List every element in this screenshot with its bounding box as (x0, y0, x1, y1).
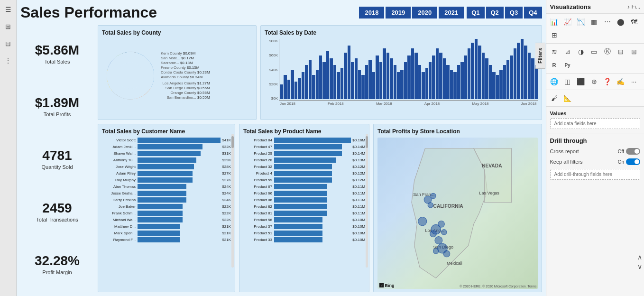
format-icon-btn[interactable]: 🖌 (548, 92, 561, 104)
q3-btn[interactable]: Q3 (505, 7, 523, 18)
top-charts-row: Total Sales by County (98, 25, 542, 120)
customer-bar-row: Jesse Graha... $24K (102, 191, 231, 196)
map-icon-btn[interactable]: 🗺 (628, 16, 640, 28)
decomp-tree-icon-btn[interactable]: ⊕ (588, 75, 600, 88)
customer-bar-value: $32K (222, 145, 231, 149)
customer-name: Adam Jenki... (102, 145, 138, 149)
product-bar-value: $0.10M (352, 238, 365, 242)
model-icon[interactable]: ⋮ (1, 54, 15, 67)
product-bar-fill (274, 151, 342, 156)
product-chart-panel[interactable]: Total Sales by Product Name Product 84 $… (239, 124, 369, 292)
azure-map-icon-btn[interactable]: 🌐 (548, 75, 561, 88)
product-scrollbar[interactable] (366, 134, 368, 268)
year-2018-btn[interactable]: 2018 (359, 7, 384, 18)
collapse-up-btn[interactable]: ∧ (637, 253, 642, 261)
kpi-icon-btn[interactable]: Ⓚ (601, 46, 614, 58)
customer-bar-track (138, 184, 221, 189)
year-2021-btn[interactable]: 2021 (439, 7, 464, 18)
product-bar-value: $0.11M (352, 185, 365, 189)
scatter-icon-btn[interactable]: ⋯ (601, 16, 614, 28)
more-viz-icon-btn[interactable]: ··· (628, 75, 640, 88)
smart-narr-icon-btn[interactable]: ✍ (615, 75, 627, 88)
q1-btn[interactable]: Q1 (467, 7, 484, 18)
bar-chart-bars (279, 39, 538, 101)
keep-all-filters-toggle[interactable]: On (618, 158, 640, 165)
product-bar-row: Product 28 $0.13M (243, 157, 365, 163)
svg-point-25 (430, 231, 437, 237)
sidebar-search-btn[interactable]: Fi... (632, 3, 640, 10)
left-nav-bar: ☰ ⊞ ⊟ ⋮ (0, 0, 17, 296)
product-bar-fill (274, 211, 327, 216)
customer-scrollbar[interactable] (231, 134, 234, 268)
waterfall-icon-btn[interactable]: ≋ (548, 46, 561, 58)
customer-name: Victor Scott (102, 138, 138, 142)
svg-point-30 (433, 249, 438, 254)
py-script-icon-btn[interactable]: Py (561, 59, 574, 71)
add-data-fields-box[interactable]: Add data fields here (550, 118, 640, 129)
customer-bar-track (138, 171, 221, 176)
customer-bar-row: Frank Schm... $22K (102, 211, 231, 216)
table-icon-btn[interactable]: ⊞ (548, 29, 561, 41)
customer-name: Matthew D... (102, 224, 138, 229)
customer-bar-fill (138, 211, 183, 216)
county-legend: Kern County $0.09M San Mate... $0.12M Sa… (161, 51, 210, 100)
q2-btn[interactable]: Q2 (486, 7, 504, 18)
report-icon[interactable]: ⊞ (1, 20, 15, 33)
sidebar-expand-btn[interactable]: › (627, 3, 630, 10)
year-2020-btn[interactable]: 2020 (412, 7, 437, 18)
customer-scroll-thumb[interactable] (231, 136, 234, 148)
cross-report-toggle-switch[interactable] (626, 148, 640, 155)
data-icon[interactable]: ⊟ (1, 37, 15, 50)
funnel-icon-btn[interactable]: ⊿ (561, 46, 574, 58)
hamburger-icon[interactable]: ☰ (1, 3, 15, 16)
customer-bar-value: $21K (222, 238, 231, 242)
customer-bar-track (138, 237, 221, 242)
customer-bar-row: Mark Spen... $21K (102, 231, 231, 236)
product-name: Product 28 (243, 158, 274, 162)
product-bar-row: Product 56 $0.10M (243, 217, 365, 222)
matrix-icon-btn[interactable]: ⊞ (628, 46, 640, 58)
gauge-icon-btn[interactable]: ◑ (575, 46, 587, 58)
date-bar (376, 56, 378, 99)
date-bar (422, 72, 424, 99)
quantity-sold-value: 4781 (20, 148, 94, 163)
analytics-icon-btn[interactable]: 📐 (561, 92, 574, 104)
product-bar-fill (274, 217, 322, 222)
qa-icon-btn[interactable]: ❓ (601, 75, 614, 88)
card-icon-btn[interactable]: ▭ (588, 46, 600, 58)
column-chart-icon-btn[interactable]: 📈 (561, 16, 574, 28)
line-chart-icon-btn[interactable]: 📉 (575, 16, 587, 28)
collapse-down-btn[interactable]: ∨ (637, 263, 642, 270)
product-name: Product 66 (243, 191, 274, 195)
pie-chart-icon-btn[interactable]: ⬤ (615, 16, 627, 28)
add-drill-through-fields-box[interactable]: Add drill-through fields here (550, 169, 640, 180)
product-scroll-thumb[interactable] (366, 136, 368, 148)
bar-chart-icon-btn[interactable]: 📊 (548, 16, 561, 28)
product-bar-row: Product 32 $0.12M (243, 164, 365, 169)
customer-bar-track (138, 177, 221, 183)
date-bar (407, 56, 410, 99)
q4-btn[interactable]: Q4 (524, 7, 542, 18)
customer-chart-panel[interactable]: Total Sales by Customer Name Victor Scot… (98, 124, 235, 292)
keep-all-filters-toggle-switch[interactable] (626, 158, 640, 165)
area-chart-icon-btn[interactable]: ▦ (588, 16, 600, 28)
filled-map-icon-btn[interactable]: ⬛ (575, 75, 587, 88)
shape-map-icon-btn[interactable]: ◫ (561, 75, 574, 88)
cross-report-toggle[interactable]: Off (618, 148, 640, 155)
customer-bar-value: $27K (222, 178, 231, 182)
map-panel[interactable]: Total Profits by Store Location NEVADA C (373, 124, 542, 292)
total-transactions-value: 2459 (20, 201, 94, 216)
date-chart-panel[interactable]: Total Sales by Date $80K $60K $40K $20K … (260, 25, 542, 120)
filters-tab[interactable]: Filters (535, 43, 545, 69)
product-name: Product 32 (243, 165, 274, 169)
customer-bar-fill (138, 197, 186, 203)
date-bar (361, 75, 364, 99)
slicer-icon-btn[interactable]: ⊟ (615, 46, 627, 58)
county-chart-panel[interactable]: Total Sales by County (98, 25, 257, 120)
product-bar-row: Product 67 $0.11M (243, 184, 365, 189)
date-bar (482, 53, 485, 99)
customer-bar-fill (138, 164, 194, 169)
year-2019-btn[interactable]: 2019 (386, 7, 411, 18)
r-script-icon-btn[interactable]: R (548, 59, 561, 71)
sidebar-header: Visualizations › Fi... (546, 0, 644, 14)
